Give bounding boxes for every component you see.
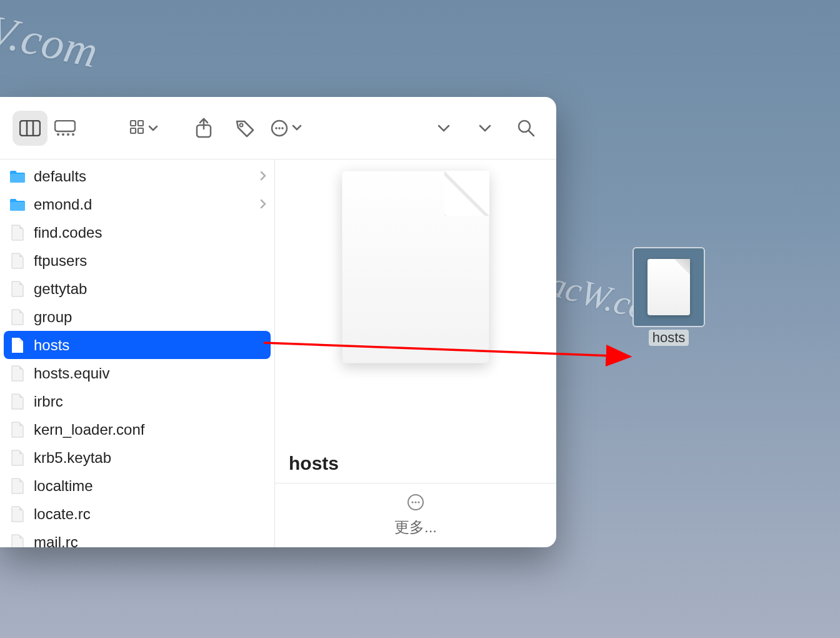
svg-rect-22 bbox=[10, 202, 25, 211]
list-item-label: locate.rc bbox=[34, 505, 267, 523]
svg-point-6 bbox=[67, 133, 69, 136]
list-item[interactable]: gettytab bbox=[0, 275, 274, 303]
chevron-right-icon bbox=[259, 196, 267, 213]
view-columns-button[interactable] bbox=[12, 111, 48, 146]
finder-toolbar bbox=[0, 97, 556, 160]
desktop-file-icon bbox=[632, 247, 705, 327]
svg-rect-9 bbox=[138, 121, 143, 126]
file-icon bbox=[9, 477, 26, 495]
search-button[interactable] bbox=[509, 111, 544, 146]
svg-point-16 bbox=[275, 127, 278, 129]
group-by-button[interactable] bbox=[126, 111, 161, 146]
list-item-label: hosts.equiv bbox=[34, 365, 267, 382]
file-icon bbox=[9, 534, 26, 548]
file-icon bbox=[9, 393, 26, 410]
list-item[interactable]: krb5.keytab bbox=[0, 443, 274, 472]
file-list-column[interactable]: defaultsemond.dfind.codesftpusersgettyta… bbox=[0, 160, 275, 547]
list-item[interactable]: defaults bbox=[0, 162, 274, 190]
svg-point-5 bbox=[62, 133, 64, 136]
file-icon bbox=[9, 337, 26, 354]
more-label[interactable]: 更多... bbox=[394, 517, 437, 537]
list-item[interactable]: find.codes bbox=[0, 218, 274, 246]
list-item-label: gettytab bbox=[34, 280, 267, 298]
list-item[interactable]: irbrc bbox=[0, 387, 274, 415]
list-item-label: mail.rc bbox=[34, 534, 267, 548]
file-icon bbox=[9, 308, 26, 326]
list-item-label: krb5.keytab bbox=[34, 449, 267, 467]
preview-pane: hosts 更多... bbox=[275, 160, 556, 547]
dropdown-button-1[interactable] bbox=[426, 111, 461, 146]
list-item-label: emond.d bbox=[34, 196, 252, 213]
file-icon bbox=[9, 421, 26, 438]
svg-rect-11 bbox=[138, 128, 143, 133]
share-button[interactable] bbox=[186, 111, 221, 146]
list-item-label: localtime bbox=[34, 477, 267, 495]
desktop-file-hosts[interactable]: hosts bbox=[631, 247, 706, 346]
list-item-label: group bbox=[34, 308, 267, 326]
list-item[interactable]: mail.rc bbox=[0, 528, 274, 547]
svg-rect-10 bbox=[131, 128, 136, 133]
folder-icon bbox=[9, 196, 26, 213]
chevron-right-icon bbox=[259, 168, 267, 185]
svg-rect-8 bbox=[131, 121, 136, 126]
list-item[interactable]: locate.rc bbox=[0, 500, 274, 528]
file-icon bbox=[9, 224, 26, 241]
svg-point-26 bbox=[418, 501, 419, 503]
list-item-label: kern_loader.conf bbox=[34, 421, 267, 438]
watermark-text: V.com bbox=[0, 4, 102, 78]
svg-rect-3 bbox=[55, 121, 75, 131]
file-icon bbox=[9, 280, 26, 298]
svg-rect-0 bbox=[20, 121, 40, 136]
list-item-label: defaults bbox=[34, 168, 252, 185]
svg-point-24 bbox=[411, 501, 413, 503]
tags-button[interactable] bbox=[228, 111, 262, 146]
list-item[interactable]: group bbox=[0, 303, 274, 331]
svg-point-7 bbox=[72, 133, 74, 136]
list-item[interactable]: hosts bbox=[4, 331, 271, 359]
desktop-file-label: hosts bbox=[649, 330, 689, 346]
list-item-label: hosts bbox=[34, 337, 267, 354]
file-preview-icon bbox=[342, 171, 489, 363]
svg-point-17 bbox=[278, 127, 281, 129]
list-item[interactable]: ftpusers bbox=[0, 246, 274, 275]
preview-filename: hosts bbox=[275, 445, 556, 483]
list-item-label: ftpusers bbox=[34, 252, 267, 270]
finder-window: defaultsemond.dfind.codesftpusersgettyta… bbox=[0, 97, 556, 547]
file-icon bbox=[9, 252, 26, 270]
svg-rect-21 bbox=[10, 174, 25, 183]
svg-point-18 bbox=[281, 127, 284, 129]
list-item[interactable]: emond.d bbox=[0, 190, 274, 218]
list-item[interactable]: localtime bbox=[0, 472, 274, 500]
list-item-label: irbrc bbox=[34, 393, 267, 410]
finder-content: defaultsemond.dfind.codesftpusersgettyta… bbox=[0, 160, 556, 547]
svg-point-25 bbox=[414, 501, 416, 503]
svg-line-20 bbox=[529, 131, 534, 136]
actions-menu-button[interactable] bbox=[269, 111, 304, 146]
file-icon bbox=[9, 365, 26, 382]
list-item[interactable]: hosts.equiv bbox=[0, 359, 274, 387]
dropdown-button-2[interactable] bbox=[468, 111, 502, 146]
view-gallery-button[interactable] bbox=[48, 111, 82, 146]
svg-point-14 bbox=[240, 123, 243, 126]
file-icon bbox=[9, 505, 26, 523]
list-item-label: find.codes bbox=[34, 224, 267, 241]
more-actions-button[interactable] bbox=[404, 491, 427, 514]
svg-point-4 bbox=[57, 133, 59, 136]
file-icon bbox=[9, 449, 26, 467]
folder-icon bbox=[9, 168, 26, 185]
preview-actions: 更多... bbox=[275, 483, 556, 547]
list-item[interactable]: kern_loader.conf bbox=[0, 415, 274, 443]
